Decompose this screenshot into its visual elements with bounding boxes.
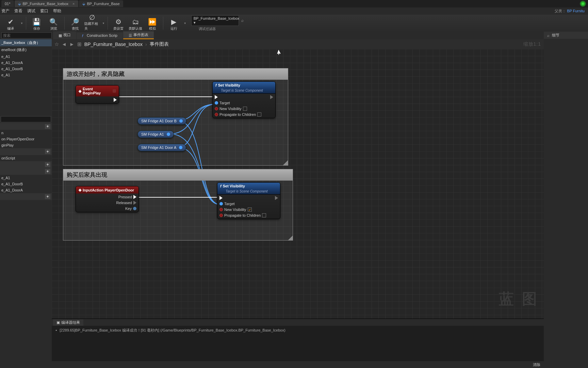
exec-in-pin[interactable] [219,196,266,200]
tab-icebox[interactable]: ⬙BP_Furniture_Base_Icebox× [15,0,78,7]
tab-furniture-base[interactable]: ⬙BP_Furniture_Base [79,0,123,7]
add-button[interactable]: + [45,169,50,174]
tab-event-graph[interactable]: ☰事件图表 [123,31,154,39]
crumb-graph[interactable]: 事件图表 [150,41,169,47]
debug-object-select[interactable]: BP_Furniture_Base_Icebox ▾ [191,15,239,26]
comment-title[interactable]: 购买后家具出现 [63,169,293,181]
tab-construction[interactable]: fConstruction Scrip [77,32,123,39]
variable-node[interactable]: SM Fridge A1 [137,131,174,138]
compiler-output[interactable]: • [2289.65]BP_Furniture_Base_Icebox 编译成功… [52,326,544,361]
checkbox[interactable] [262,213,266,217]
key-pin[interactable]: Key [125,206,136,211]
propagate-pin[interactable]: Propagate to Children [219,213,266,217]
node-set-visibility[interactable]: fSet Visibility Target is Scene Componen… [217,182,280,219]
component-door-b[interactable]: e_A1_DoorB [0,66,52,72]
checkbox[interactable] [243,107,247,111]
compiler-results-tab[interactable]: ▣编译器结果 [53,319,83,326]
left-panel: ⌕ _Base_Icebox（自身） eneRoot (继承) e_A1 e_A… [0,32,52,368]
details-header[interactable]: ⌕细节 [544,32,588,39]
variable-node[interactable]: SM Fridge A1 Door B [137,117,186,125]
hide-unrelated-button[interactable]: ∅隐藏不相关 [84,15,100,31]
resize-handle[interactable] [288,235,293,240]
output-pin[interactable] [179,146,182,149]
add-button[interactable]: + [45,194,50,199]
exec-in-pin[interactable] [215,95,261,99]
resize-handle[interactable] [283,160,288,165]
component-root[interactable]: eneRoot (继承) [0,46,52,53]
chevron-down-icon[interactable]: ▼ [20,22,23,25]
component-self[interactable]: _Base_Icebox（自身） [0,39,52,46]
target-pin[interactable]: Target [219,202,266,206]
propagate-pin[interactable]: Propagate to Children [215,112,261,117]
menu-debug[interactable]: 调试 [27,8,35,14]
checkbox[interactable] [257,112,261,117]
dispatchers-header[interactable]: + [0,193,52,200]
checkbox-checked[interactable]: ✓ [248,208,252,212]
new-visibility-pin[interactable]: New Visibility✓ [219,208,266,212]
exec-out-pin[interactable] [114,98,117,102]
grid-icon[interactable]: ⊞ [77,41,82,47]
released-pin[interactable]: Released [116,201,136,205]
output-pin[interactable] [179,119,183,123]
simulate-button[interactable]: ⏩模拟 [145,15,160,31]
forward-button[interactable]: ► [69,41,75,47]
compiler-panel: ▣编译器结果 • [2289.65]BP_Furniture_Base_Iceb… [52,319,544,368]
graphs-header[interactable]: + [0,123,52,130]
variable-item[interactable]: e_A1 [0,175,52,181]
star-icon[interactable]: ☆ [54,41,59,47]
node-input-action[interactable]: ◈InputAction PlayerOpenDoor Pressed Rele… [76,186,139,212]
add-button[interactable]: + [45,124,50,129]
find-button[interactable]: 🔎查找 [67,15,83,31]
target-pin[interactable]: Target [215,101,261,105]
component-a1-2[interactable]: e_A1 [0,72,52,78]
chevron-down-icon[interactable]: ▼ [102,22,105,25]
browse-button[interactable]: 🔍浏览 [46,15,62,31]
source-control-icon[interactable] [580,1,586,7]
play-button[interactable]: ▶运行 [166,15,182,31]
graph-item[interactable]: n [0,130,52,136]
output-pin[interactable] [167,133,170,136]
graph-item[interactable]: onScript [0,155,52,161]
component-door-a[interactable]: e_A1_DoorA [0,60,52,66]
class-defaults-button[interactable]: 🗂类默认值 [128,15,143,31]
graph-item[interactable]: on PlayerOpenDoor [0,136,52,142]
save-button[interactable]: 💾保存 [29,15,45,31]
menu-asset[interactable]: 资产 [1,8,10,14]
chevron-down-icon[interactable]: ▼ [184,22,186,25]
variable-node[interactable]: SM Fridge A1 Door A [137,144,186,151]
close-icon[interactable]: × [72,2,75,6]
tab-level[interactable]: 01* [1,0,14,7]
node-event-beginplay[interactable]: ◈Event BeginPlay [76,85,119,104]
pressed-pin[interactable]: Pressed [118,195,136,199]
component-a1[interactable]: e_A1 [0,53,52,60]
functions-header[interactable]: + [0,148,52,155]
graph-item[interactable]: ginPlay [0,142,52,148]
variable-item[interactable]: e_A1_DoorA [0,187,52,193]
parent-class-link[interactable]: BP Furnitu [567,9,585,13]
component-search[interactable] [1,32,52,39]
add-button[interactable]: + [45,162,50,167]
compile-button[interactable]: ✔编译 [3,15,18,31]
new-visibility-pin[interactable]: New Visibility [215,107,261,111]
macros-header[interactable]: + [0,161,52,168]
clear-button[interactable]: 清除 [533,362,540,367]
variables-header[interactable]: + [0,168,52,175]
add-button[interactable]: + [45,149,50,154]
search-icon[interactable]: ⌕ [240,18,245,23]
exec-out-pin[interactable] [275,196,278,200]
back-button[interactable]: ◄ [62,41,67,47]
node-set-visibility[interactable]: fSet Visibility Target is Scene Componen… [212,81,276,118]
menu-view[interactable]: 查看 [14,8,22,14]
menu-help[interactable]: 帮助 [53,8,61,14]
myblueprint-search[interactable] [1,116,51,122]
class-settings-button[interactable]: ⚙类设置 [111,15,126,31]
variable-item[interactable]: e_A1_DoorB [0,181,52,187]
comment-title[interactable]: 游戏开始时，家具隐藏 [63,68,288,80]
graph-canvas[interactable]: 游戏开始时，家具隐藏 购买后家具出现 ◈Event BeginPlay fSet… [52,49,544,319]
exec-out-pin[interactable] [270,95,273,99]
event-icon: ◈ [79,89,81,93]
menu-window[interactable]: 窗口 [40,8,48,14]
tab-viewport[interactable]: ▦视口 [53,31,76,39]
node-badge [113,89,116,93]
crumb-bp[interactable]: BP_Furniture_Base_Icebox [84,42,143,47]
